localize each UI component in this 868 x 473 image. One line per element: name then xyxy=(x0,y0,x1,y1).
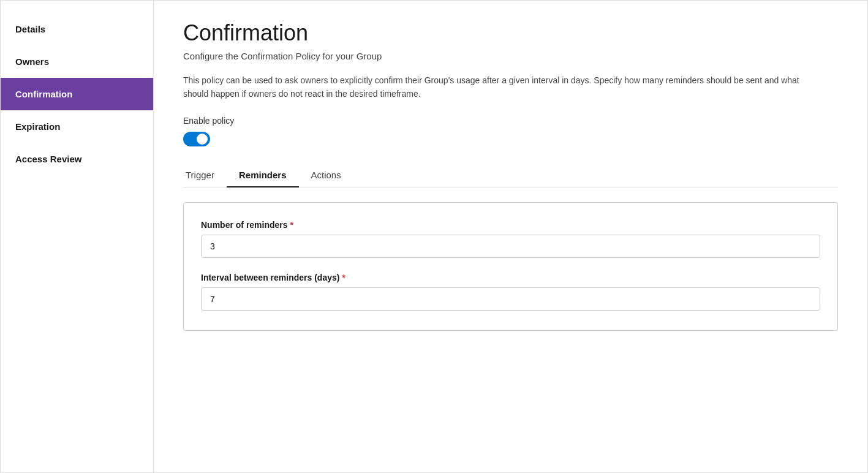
number-of-reminders-group: Number of reminders * xyxy=(201,220,820,258)
description-text: This policy can be used to ask owners to… xyxy=(183,74,826,101)
required-star-2: * xyxy=(342,273,345,282)
sidebar-item-owners[interactable]: Owners xyxy=(1,45,153,78)
tab-actions[interactable]: Actions xyxy=(299,164,353,187)
app-container: Details Owners Confirmation Expiration A… xyxy=(0,0,868,473)
page-subtitle: Configure the Confirmation Policy for yo… xyxy=(183,51,838,61)
sidebar-item-confirmation[interactable]: Confirmation xyxy=(1,78,153,110)
page-title: Confirmation xyxy=(183,20,838,46)
sidebar-item-access-review[interactable]: Access Review xyxy=(1,143,153,175)
enable-policy-toggle[interactable] xyxy=(183,132,210,146)
interval-label: Interval between reminders (days) * xyxy=(201,273,820,282)
toggle-slider xyxy=(183,132,210,146)
sidebar-item-expiration[interactable]: Expiration xyxy=(1,110,153,143)
tab-reminders[interactable]: Reminders xyxy=(227,164,299,187)
toggle-container xyxy=(183,132,838,146)
enable-policy-label: Enable policy xyxy=(183,116,838,126)
required-star-1: * xyxy=(290,220,293,230)
number-of-reminders-label: Number of reminders * xyxy=(201,220,820,230)
interval-input[interactable] xyxy=(201,287,820,311)
main-content: Confirmation Configure the Confirmation … xyxy=(154,1,867,472)
sidebar: Details Owners Confirmation Expiration A… xyxy=(1,1,154,472)
number-of-reminders-input[interactable] xyxy=(201,235,820,258)
tabs-container: Trigger Reminders Actions xyxy=(183,164,838,187)
tab-trigger[interactable]: Trigger xyxy=(183,164,227,187)
sidebar-item-details[interactable]: Details xyxy=(1,13,153,45)
interval-group: Interval between reminders (days) * xyxy=(201,273,820,311)
form-card: Number of reminders * Interval between r… xyxy=(183,202,838,331)
